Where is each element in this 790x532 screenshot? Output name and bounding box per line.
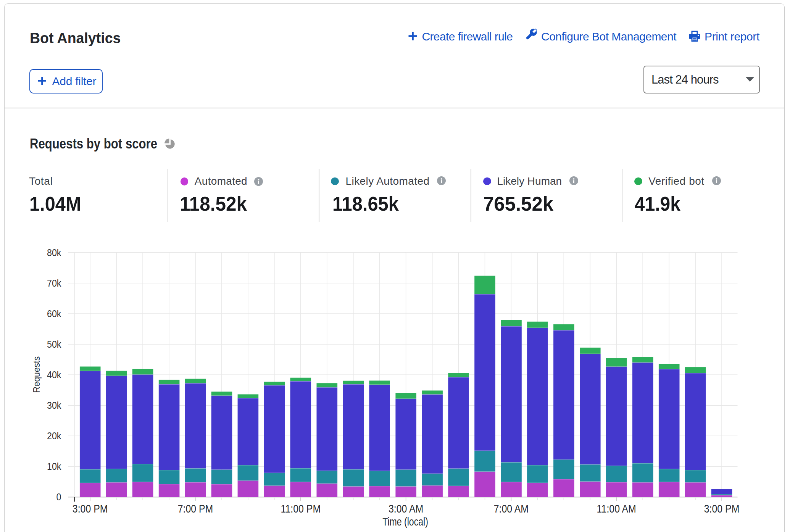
svg-text:Requests: Requests [32, 356, 42, 393]
svg-text:11:00 PM: 11:00 PM [281, 502, 321, 515]
svg-text:20k: 20k [47, 430, 61, 441]
svg-text:50k: 50k [47, 339, 61, 350]
svg-text:7:00 PM: 7:00 PM [178, 502, 213, 515]
svg-text:3:00 PM: 3:00 PM [73, 502, 108, 515]
svg-text:70k: 70k [47, 278, 61, 289]
svg-text:0: 0 [56, 492, 61, 503]
svg-text:3:00 PM: 3:00 PM [704, 502, 740, 515]
svg-text:30k: 30k [47, 400, 61, 411]
svg-text:11:00 AM: 11:00 AM [597, 502, 636, 515]
svg-text:10k: 10k [47, 461, 61, 472]
svg-text:80k: 80k [47, 247, 61, 258]
svg-text:3:00 AM: 3:00 AM [389, 502, 423, 515]
svg-text:40k: 40k [47, 369, 61, 380]
svg-text:60k: 60k [47, 308, 61, 319]
svg-text:Time (local): Time (local) [382, 515, 428, 528]
svg-text:7:00 AM: 7:00 AM [494, 502, 529, 515]
